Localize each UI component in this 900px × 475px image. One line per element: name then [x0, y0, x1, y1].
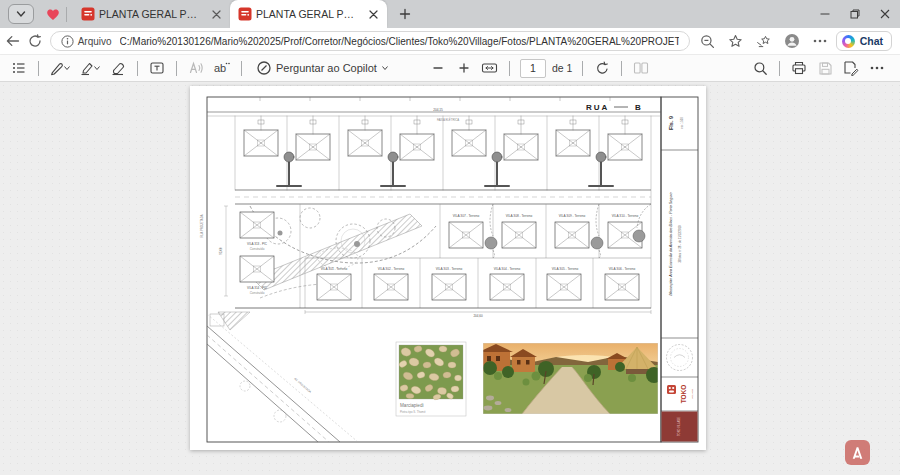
dimension-left: 95,00	[219, 247, 223, 255]
lot-label: VILA 301 - Terreno	[321, 267, 348, 271]
toko-logo-text: TOKO	[680, 385, 687, 404]
avenue-note: AV. PROJETADA	[293, 377, 312, 394]
nav-right-icons: Chat	[692, 30, 900, 52]
printer-icon	[791, 60, 807, 76]
tab-search-button[interactable]	[8, 4, 34, 24]
search-icon	[753, 61, 768, 76]
lot-label: VILA 313 - PIC	[247, 242, 268, 246]
minimize-button[interactable]	[810, 0, 840, 28]
house	[502, 222, 536, 248]
pdf-page: RUA B 204,15 FAIXA ELÉTRICA	[190, 86, 706, 450]
save-button[interactable]	[814, 57, 836, 79]
house	[374, 274, 408, 300]
toolbar-separator	[582, 61, 583, 76]
add-text-button[interactable]	[146, 57, 168, 79]
copilot-chat-button[interactable]: Chat	[836, 31, 892, 51]
translate-button[interactable]: ab	[211, 57, 233, 79]
tab-close-button[interactable]	[208, 6, 224, 22]
address-bar[interactable]: Arquivo C:/Mario%20130126/Mario%202025/P…	[50, 31, 690, 51]
titleblock-title: Masterplan Área Extensão da Avenida dos …	[669, 193, 673, 296]
page-view-button[interactable]	[630, 57, 652, 79]
save-as-button[interactable]	[840, 57, 862, 79]
minus-icon	[432, 62, 444, 74]
refresh-icon	[28, 34, 42, 48]
lot-label: VILA 308 - Terreno	[506, 214, 533, 218]
two-page-view-icon	[633, 60, 649, 76]
toolbar-separator	[38, 61, 39, 76]
favorites-button[interactable]	[724, 30, 748, 52]
tab-title: PLANTA GERAL PROJETO.pdf	[99, 8, 204, 20]
tab-separator	[66, 7, 67, 22]
internal-road	[235, 190, 651, 204]
more-options-button[interactable]	[866, 57, 888, 79]
open-in-acrobat-button[interactable]	[845, 440, 870, 465]
fit-to-width-button[interactable]	[479, 57, 501, 79]
pdf-file-icon	[81, 7, 95, 21]
electric-strip-note: FAIXA ELÉTRICA	[437, 117, 459, 122]
swatch-title: Marciapiedi	[400, 403, 424, 408]
tab-close-button[interactable]	[365, 6, 381, 22]
house	[452, 130, 486, 156]
titleblock-subtitle: 38 lotes nº 28 - de 11/12/2010	[678, 225, 682, 263]
house	[296, 134, 330, 160]
fit-width-icon	[481, 60, 498, 76]
page-count-label: de 1	[552, 62, 572, 74]
back-arrow-icon	[5, 34, 20, 48]
lot-label: VILA 302 - Terreno	[378, 267, 405, 271]
pinned-tab-heart[interactable]	[46, 8, 60, 21]
pdf-viewer-content[interactable]: RUA B 204,15 FAIXA ELÉTRICA	[0, 82, 900, 475]
lot-label: VILA 303 - Terreno	[436, 267, 463, 271]
village-render-image	[479, 343, 662, 414]
zoom-out-magnifier-icon	[700, 34, 715, 49]
profile-button[interactable]	[780, 30, 804, 52]
toolbar-separator	[176, 61, 177, 76]
page-number-input[interactable]	[520, 59, 546, 78]
read-aloud-button[interactable]	[185, 57, 207, 79]
ask-copilot-button[interactable]: Perguntar ao Copilot	[252, 57, 393, 79]
tab-1[interactable]: PLANTA GERAL PROJETO.pdf	[73, 0, 230, 28]
stamp-seal	[667, 345, 693, 371]
lot-sublabel: Construída	[250, 291, 265, 295]
house	[348, 130, 382, 156]
new-tab-button[interactable]	[393, 2, 417, 26]
settings-more-button[interactable]	[808, 30, 832, 52]
toolbar-separator	[241, 61, 242, 76]
collections-button[interactable]	[752, 30, 776, 52]
url-text: C:/Mario%20130126/Mario%202025/Prof/Corr…	[120, 36, 679, 47]
back-button[interactable]	[4, 30, 22, 52]
table-of-contents-button[interactable]	[8, 57, 30, 79]
close-icon	[212, 10, 221, 19]
heart-icon	[46, 8, 60, 21]
eraser-icon	[110, 60, 126, 76]
tab-2-active[interactable]: PLANTA GERAL PROJETO.pdf	[230, 0, 387, 28]
house	[400, 134, 434, 160]
draw-button[interactable]	[47, 57, 73, 79]
street-name: RUA	[586, 103, 609, 112]
highlight-button[interactable]	[77, 57, 103, 79]
window-controls	[810, 0, 900, 28]
chevron-down-icon	[15, 8, 27, 20]
erase-button[interactable]	[107, 57, 129, 79]
left-margin-notes: RUA PROJETADA 95,00	[200, 206, 228, 296]
add-text-icon	[149, 60, 165, 76]
chevron-down-icon	[381, 64, 389, 72]
house	[240, 212, 274, 238]
print-button[interactable]	[788, 57, 810, 79]
pdf-file-icon	[238, 7, 252, 21]
restore-button[interactable]	[840, 0, 870, 28]
zoom-out-button[interactable]	[427, 57, 449, 79]
copilot-ring-icon	[256, 60, 272, 76]
zoom-in-button[interactable]	[453, 57, 475, 79]
rotate-button[interactable]	[591, 57, 613, 79]
house	[605, 274, 639, 300]
close-window-button[interactable]	[870, 0, 900, 28]
dimension-top: 204,15	[433, 108, 443, 112]
sheet-number: Fls. 9	[668, 116, 674, 130]
house	[432, 274, 466, 300]
zoom-indicator-button[interactable]	[696, 30, 720, 52]
lot-label: VILA 307 - Terreno	[453, 214, 480, 218]
refresh-button[interactable]	[26, 30, 44, 52]
lot-label: VILA 306 - Terreno	[609, 267, 636, 271]
search-document-button[interactable]	[749, 57, 771, 79]
save-icon	[818, 61, 833, 76]
